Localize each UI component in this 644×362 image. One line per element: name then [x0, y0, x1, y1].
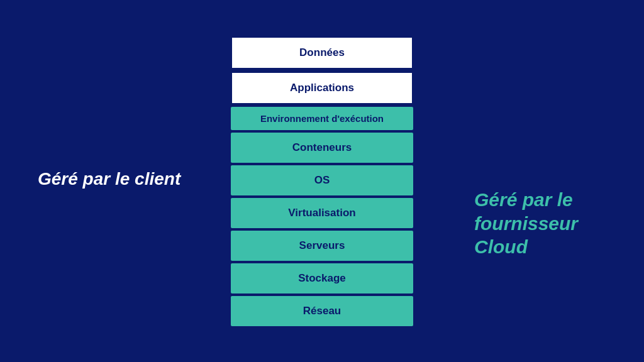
stack-item-reseau: Réseau	[231, 296, 413, 326]
stack-item-donnees: Données	[231, 36, 413, 69]
stack-item-virtualisation: Virtualisation	[231, 198, 413, 228]
right-label-line2: fournisseur Cloud	[474, 213, 578, 258]
right-label: Géré par le fournisseur Cloud	[474, 188, 613, 259]
stack-item-applications: Applications	[231, 72, 413, 104]
right-label-line1: Géré par le	[474, 189, 573, 210]
stack-item-os: OS	[231, 165, 413, 195]
left-label: Géré par le client	[38, 168, 189, 190]
stack-container: DonnéesApplicationsEnvironnement d'exécu…	[231, 36, 413, 326]
main-container: Géré par le client DonnéesApplicationsEn…	[0, 0, 644, 362]
stack-item-conteneurs: Conteneurs	[231, 133, 413, 163]
left-label-text: Géré par le client	[38, 169, 180, 189]
stack-item-env-execution: Environnement d'exécution	[231, 107, 413, 130]
stack-item-serveurs: Serveurs	[231, 231, 413, 261]
stack-item-stockage: Stockage	[231, 263, 413, 293]
